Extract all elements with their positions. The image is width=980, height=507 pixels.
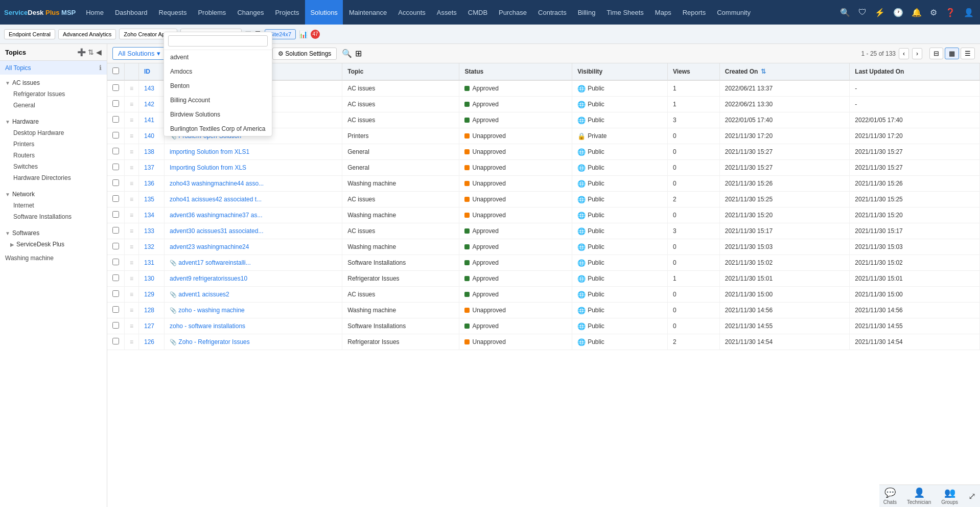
row-checkbox[interactable] <box>112 306 119 313</box>
row-checkbox-cell[interactable] <box>107 112 125 128</box>
row-checkbox-cell[interactable] <box>107 318 125 334</box>
widget-icon[interactable]: 📊 <box>299 30 308 38</box>
row-checkbox-cell[interactable] <box>107 144 125 160</box>
help-icon[interactable]: ❓ <box>943 6 958 19</box>
shield-icon[interactable]: 🛡 <box>856 6 869 19</box>
sidebar-item-desktop-hardware[interactable]: Desktop Hardware <box>0 127 107 139</box>
clock-icon[interactable]: 🕐 <box>891 6 905 19</box>
dropdown-item-birdview[interactable]: Birdview Solutions <box>164 107 272 122</box>
sidebar-item-washing-machine[interactable]: Washing machine <box>0 252 107 264</box>
nav-maps[interactable]: Maps <box>650 0 676 25</box>
row-checkbox[interactable] <box>112 259 119 265</box>
dropdown-item-benton[interactable]: Benton <box>164 79 272 93</box>
row-checkbox[interactable] <box>112 148 119 154</box>
nav-community[interactable]: Community <box>712 0 756 25</box>
row-checkbox[interactable] <box>112 227 119 234</box>
row-checkbox[interactable] <box>112 116 119 123</box>
row-checkbox[interactable] <box>112 243 119 249</box>
nav-reports[interactable]: Reports <box>678 0 711 25</box>
sidebar-item-routers[interactable]: Routers <box>0 150 107 161</box>
row-checkbox[interactable] <box>112 290 119 297</box>
nav-purchase[interactable]: Purchase <box>494 0 532 25</box>
row-checkbox-cell[interactable] <box>107 255 125 271</box>
row-checkbox[interactable] <box>112 179 119 186</box>
row-checkbox[interactable] <box>112 274 119 281</box>
sidebar-item-servicedesk-plus[interactable]: ▶ ServiceDesk Plus <box>0 239 107 250</box>
solution-id[interactable]: 134 <box>139 208 165 223</box>
nav-cmdb[interactable]: CMDB <box>463 0 493 25</box>
advanced-analytics-btn[interactable]: Advanced Analytics <box>58 29 116 39</box>
solution-title[interactable]: 📎 zoho - washing machine <box>165 303 342 318</box>
updated-column-header[interactable]: Last Updated On <box>850 63 980 80</box>
chats-button[interactable]: 💬 Chats <box>883 487 897 505</box>
nav-requests[interactable]: Requests <box>154 0 192 25</box>
solution-title[interactable]: 📎 Zoho - Refrigerator Issues <box>165 334 342 350</box>
solution-title[interactable]: advent30 acissues31 associated... <box>165 223 342 239</box>
solution-id[interactable]: 138 <box>139 144 165 160</box>
nav-solutions[interactable]: Solutions <box>305 0 342 25</box>
dropdown-item-advent[interactable]: advent <box>164 50 272 64</box>
solution-id[interactable]: 131 <box>139 255 165 271</box>
row-checkbox-cell[interactable] <box>107 271 125 287</box>
user-avatar[interactable]: 👤 <box>962 6 976 19</box>
solution-title[interactable]: 📎 advent1 acissues2 <box>165 287 342 303</box>
views-column-header[interactable]: Views <box>667 63 719 80</box>
add-topic-icon[interactable]: ➕ <box>77 48 86 56</box>
nav-problems[interactable]: Problems <box>193 0 231 25</box>
solution-settings-button[interactable]: ⚙ Solution Settings <box>272 48 337 60</box>
list-view-button[interactable]: ☰ <box>961 48 975 59</box>
row-checkbox-cell[interactable] <box>107 80 125 97</box>
collapse-sidebar-icon[interactable]: ◀ <box>96 48 102 56</box>
dropdown-item-amdocs[interactable]: Amdocs <box>164 64 272 79</box>
sidebar-group-header-hardware[interactable]: ▼ Hardware <box>0 116 107 127</box>
solution-id[interactable]: 140 <box>139 128 165 144</box>
row-checkbox-cell[interactable] <box>107 334 125 350</box>
nav-accounts[interactable]: Accounts <box>393 0 430 25</box>
grid-view-button[interactable]: ▦ <box>945 48 959 59</box>
nav-contracts[interactable]: Contracts <box>533 0 572 25</box>
row-checkbox-cell[interactable] <box>107 128 125 144</box>
row-checkbox[interactable] <box>112 100 119 107</box>
sidebar-item-general[interactable]: General <box>0 100 107 111</box>
endpoint-central-btn[interactable]: Endpoint Central <box>4 29 55 39</box>
sidebar-group-header-softwares[interactable]: ▼ Softwares <box>0 227 107 239</box>
split-view-button[interactable]: ⊟ <box>929 48 943 59</box>
solution-title[interactable]: Importing Solution from XLS <box>165 160 342 176</box>
solution-id[interactable]: 133 <box>139 223 165 239</box>
solution-id[interactable]: 142 <box>139 97 165 112</box>
solution-id[interactable]: 143 <box>139 80 165 97</box>
nav-home[interactable]: Home <box>81 0 109 25</box>
sidebar-all-topics[interactable]: All Topics ℹ <box>0 61 107 75</box>
nav-billing[interactable]: Billing <box>573 0 601 25</box>
nav-changes[interactable]: Changes <box>232 0 269 25</box>
status-column-header[interactable]: Status <box>459 63 572 80</box>
row-checkbox[interactable] <box>112 322 119 329</box>
select-all-checkbox[interactable] <box>112 67 119 74</box>
row-checkbox[interactable] <box>112 132 119 139</box>
solution-title[interactable]: advent23 washingmachine24 <box>165 239 342 255</box>
row-checkbox-cell[interactable] <box>107 192 125 208</box>
sidebar-item-hardware-directories[interactable]: Hardware Directories <box>0 172 107 183</box>
row-checkbox[interactable] <box>112 211 119 218</box>
id-column-header[interactable]: ID <box>139 63 165 80</box>
solution-title[interactable]: zoho - software installations <box>165 318 342 334</box>
solution-title[interactable]: importing Solution from XLS1 <box>165 144 342 160</box>
solution-title[interactable]: zoho41 acissues42 associated t... <box>165 192 342 208</box>
prev-page-button[interactable]: ‹ <box>899 48 909 59</box>
row-checkbox-cell[interactable] <box>107 239 125 255</box>
nav-dashboard[interactable]: Dashboard <box>110 0 153 25</box>
row-checkbox-cell[interactable] <box>107 208 125 223</box>
sidebar-item-internet[interactable]: Internet <box>0 200 107 211</box>
settings-icon[interactable]: ⚙ <box>928 6 939 19</box>
row-checkbox-cell[interactable] <box>107 223 125 239</box>
solution-id[interactable]: 137 <box>139 160 165 176</box>
search-icon[interactable]: 🔍 <box>838 6 852 19</box>
solution-id[interactable]: 130 <box>139 271 165 287</box>
row-checkbox[interactable] <box>112 164 119 170</box>
row-checkbox-cell[interactable] <box>107 176 125 192</box>
row-checkbox[interactable] <box>112 84 119 91</box>
dropdown-item-burlington[interactable]: Burlington Textiles Corp of America <box>164 122 272 136</box>
solution-title[interactable]: advent9 refrigeratorissues10 <box>165 271 342 287</box>
next-page-button[interactable]: › <box>912 48 922 59</box>
lightning-icon[interactable]: ⚡ <box>873 6 887 19</box>
